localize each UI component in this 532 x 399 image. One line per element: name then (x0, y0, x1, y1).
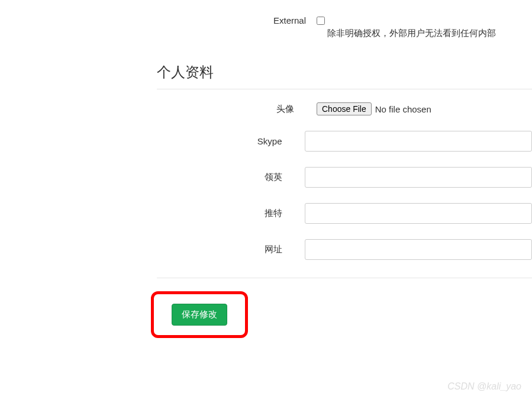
skype-label: Skype (0, 136, 305, 146)
external-checkbox[interactable] (317, 17, 325, 25)
linkedin-label: 领英 (0, 172, 305, 183)
website-label: 网址 (0, 244, 305, 255)
watermark-text: CSDN @kali_yao (447, 381, 521, 392)
linkedin-input[interactable] (305, 167, 532, 188)
highlight-annotation: 保存修改 (151, 291, 248, 338)
website-input[interactable] (305, 239, 532, 260)
twitter-label: 推特 (0, 208, 305, 219)
avatar-label: 头像 (0, 104, 317, 115)
profile-section-title: 个人资料 (157, 63, 532, 89)
external-label: External (0, 13, 317, 25)
twitter-input[interactable] (305, 203, 532, 224)
choose-file-button[interactable]: Choose File (317, 102, 372, 115)
file-status-text: No file chosen (375, 104, 431, 114)
save-button[interactable]: 保存修改 (172, 304, 227, 326)
external-help-text: 除非明确授权，外部用户无法看到任何内部 (327, 28, 532, 39)
skype-input[interactable] (305, 131, 532, 152)
